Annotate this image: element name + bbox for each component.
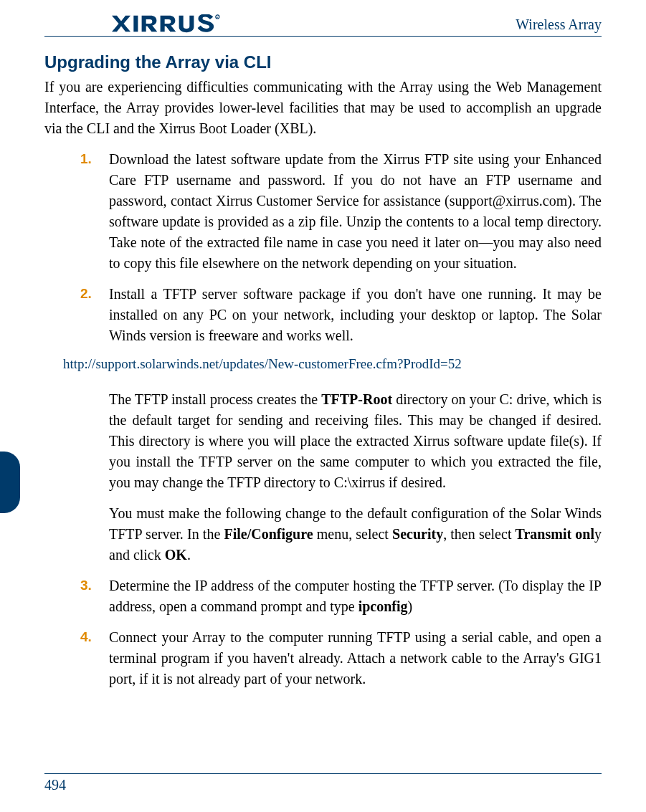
svg-marker-0 xyxy=(112,16,130,32)
step-number: 2. xyxy=(80,284,92,304)
svg-text:R: R xyxy=(217,16,219,19)
page-header: R Wireless Array xyxy=(44,14,602,37)
brand-logo: R xyxy=(110,14,225,33)
text: Determine the IP address of the computer… xyxy=(109,578,602,614)
step-text: Install a TFTP server software package i… xyxy=(109,286,602,343)
intro-paragraph: If you are experiencing difficulties com… xyxy=(44,77,602,139)
steps-list: 1. Download the latest software update f… xyxy=(73,149,602,346)
page: R Wireless Array Upgrading the Array via… xyxy=(0,0,646,812)
text: ) xyxy=(408,598,413,614)
solarwinds-url[interactable]: http://support.solarwinds.net/updates/Ne… xyxy=(63,356,602,372)
text: The TFTP install process creates the xyxy=(109,391,321,407)
steps-list-continued: 3. Determine the IP address of the compu… xyxy=(73,575,602,689)
bold-text: OK xyxy=(165,547,187,563)
header-title: Wireless Array xyxy=(516,16,602,33)
step-text: Download the latest software update from… xyxy=(109,151,602,271)
text: menu, select xyxy=(313,526,392,542)
section-title: Upgrading the Array via CLI xyxy=(44,52,602,72)
step-number: 1. xyxy=(80,149,92,169)
page-number: 494 xyxy=(44,777,66,793)
svg-rect-1 xyxy=(133,16,138,32)
step-number: 3. xyxy=(80,575,92,596)
text: . xyxy=(187,547,191,563)
step-2: 2. Install a TFTP server software packag… xyxy=(73,284,602,346)
step-text: Connect your Array to the computer runni… xyxy=(109,629,602,687)
bold-text: Transmit onl xyxy=(516,526,594,542)
bold-text: TFTP-Root xyxy=(321,391,392,407)
step-4: 4. Connect your Array to the computer ru… xyxy=(73,627,602,689)
step-2-continuation-1: The TFTP install process creates the TFT… xyxy=(109,389,602,493)
bold-text: File/Configure xyxy=(224,526,313,542)
step-number: 4. xyxy=(80,627,92,647)
step-text: Determine the IP address of the computer… xyxy=(109,578,602,614)
text: , then select xyxy=(443,526,515,542)
bold-text: Security xyxy=(392,526,443,542)
step-1: 1. Download the latest software update f… xyxy=(73,149,602,274)
page-footer: 494 xyxy=(44,773,602,793)
bold-text: ipconfig xyxy=(358,598,408,614)
step-3: 3. Determine the IP address of the compu… xyxy=(73,575,602,617)
step-2-continuation-2: You must make the following change to th… xyxy=(109,503,602,565)
